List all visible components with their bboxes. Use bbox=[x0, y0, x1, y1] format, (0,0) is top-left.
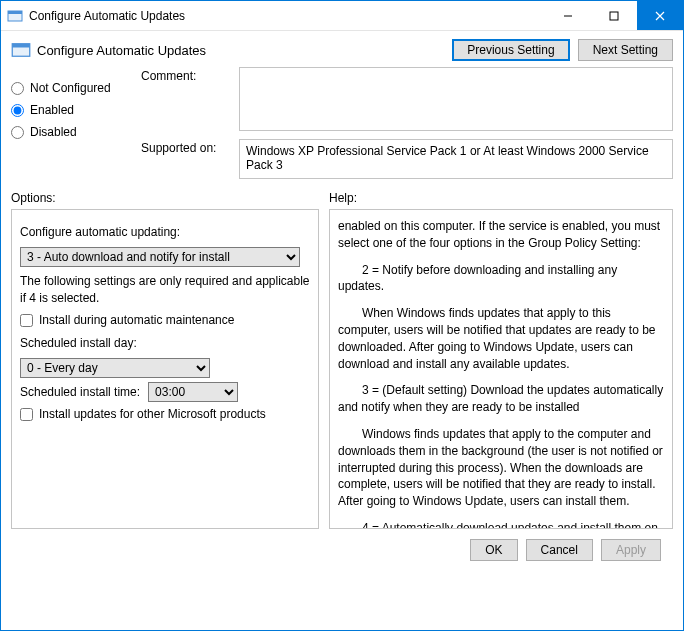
window-title: Configure Automatic Updates bbox=[29, 9, 545, 23]
install-maintenance-checkbox-row[interactable]: Install during automatic maintenance bbox=[20, 312, 310, 329]
radio-disabled[interactable]: Disabled bbox=[11, 125, 131, 139]
radio-label: Not Configured bbox=[30, 81, 111, 95]
comment-label: Comment: bbox=[141, 67, 231, 131]
configure-updating-label: Configure automatic updating: bbox=[20, 224, 310, 241]
supported-label: Supported on: bbox=[141, 139, 231, 179]
svg-rect-1 bbox=[8, 11, 22, 14]
policy-icon bbox=[11, 40, 31, 60]
cancel-button[interactable]: Cancel bbox=[526, 539, 593, 561]
radio-enabled-input[interactable] bbox=[11, 104, 24, 117]
help-panel[interactable]: enabled on this computer. If the service… bbox=[329, 209, 673, 529]
checkbox-label: Install updates for other Microsoft prod… bbox=[39, 406, 266, 423]
help-text: 4 = Automatically download updates and i… bbox=[338, 520, 664, 529]
close-button[interactable] bbox=[637, 1, 683, 30]
options-panel: Configure automatic updating: 3 - Auto d… bbox=[11, 209, 319, 529]
options-note: The following settings are only required… bbox=[20, 273, 310, 307]
install-day-label: Scheduled install day: bbox=[20, 335, 310, 352]
radio-enabled[interactable]: Enabled bbox=[11, 103, 131, 117]
configure-updating-select[interactable]: 3 - Auto download and notify for install bbox=[20, 247, 300, 267]
radio-disabled-input[interactable] bbox=[11, 126, 24, 139]
titlebar: Configure Automatic Updates bbox=[1, 1, 683, 31]
radio-not-configured-input[interactable] bbox=[11, 82, 24, 95]
other-products-checkbox[interactable] bbox=[20, 408, 33, 421]
ok-button[interactable]: OK bbox=[470, 539, 517, 561]
install-maintenance-checkbox[interactable] bbox=[20, 314, 33, 327]
supported-value: Windows XP Professional Service Pack 1 o… bbox=[239, 139, 673, 179]
help-text: 3 = (Default setting) Download the updat… bbox=[338, 382, 664, 416]
comment-input[interactable] bbox=[239, 67, 673, 131]
previous-setting-button[interactable]: Previous Setting bbox=[452, 39, 569, 61]
maximize-button[interactable] bbox=[591, 1, 637, 30]
radio-not-configured[interactable]: Not Configured bbox=[11, 81, 131, 95]
page-title: Configure Automatic Updates bbox=[37, 43, 452, 58]
next-setting-button[interactable]: Next Setting bbox=[578, 39, 673, 61]
help-text: 2 = Notify before downloading and instal… bbox=[338, 262, 664, 296]
other-products-checkbox-row[interactable]: Install updates for other Microsoft prod… bbox=[20, 406, 310, 423]
radio-label: Disabled bbox=[30, 125, 77, 139]
install-day-select[interactable]: 0 - Every day bbox=[20, 358, 210, 378]
help-text: When Windows finds updates that apply to… bbox=[338, 305, 664, 372]
state-radios: Not Configured Enabled Disabled bbox=[11, 67, 131, 179]
help-text: Windows finds updates that apply to the … bbox=[338, 426, 664, 510]
options-label: Options: bbox=[11, 191, 319, 205]
policy-icon bbox=[7, 8, 23, 24]
checkbox-label: Install during automatic maintenance bbox=[39, 312, 234, 329]
svg-rect-5 bbox=[12, 44, 30, 48]
radio-label: Enabled bbox=[30, 103, 74, 117]
install-time-label: Scheduled install time: bbox=[20, 384, 140, 401]
help-text: enabled on this computer. If the service… bbox=[338, 218, 664, 252]
svg-rect-3 bbox=[610, 12, 618, 20]
install-time-select[interactable]: 03:00 bbox=[148, 382, 238, 402]
help-label: Help: bbox=[329, 191, 357, 205]
minimize-button[interactable] bbox=[545, 1, 591, 30]
apply-button[interactable]: Apply bbox=[601, 539, 661, 561]
